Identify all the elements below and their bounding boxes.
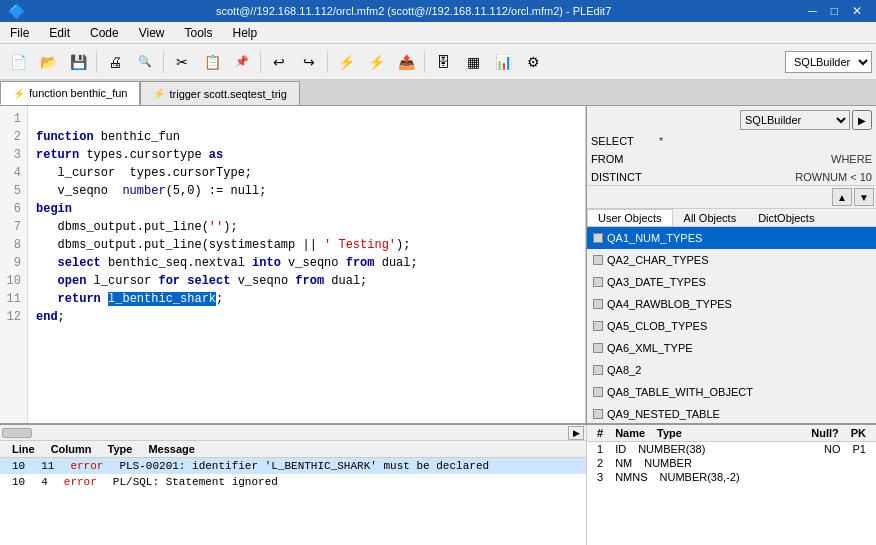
open-button[interactable]: 📂 (34, 48, 62, 76)
obj-item-label: QA5_CLOB_TYPES (607, 317, 707, 335)
rb-col-num: # (591, 427, 609, 439)
copy-button[interactable]: 📋 (198, 48, 226, 76)
msg-row-1[interactable]: 10 11 error PLS-00201: identifier 'L_BEN… (0, 458, 586, 474)
export-button[interactable]: 📤 (392, 48, 420, 76)
menu-code[interactable]: Code (80, 24, 129, 42)
obj-item-icon (593, 321, 603, 331)
obj-item-label: QA2_CHAR_TYPES (607, 251, 708, 269)
msg-row-2[interactable]: 10 4 error PL/SQL: Statement ignored (0, 474, 586, 490)
print-button[interactable]: 🖨 (101, 48, 129, 76)
obj-item-qa4[interactable]: QA4_RAWBLOB_TYPES (587, 293, 876, 315)
run-button[interactable]: ⚡ (332, 48, 360, 76)
scroll-right-button[interactable]: ▶ (568, 426, 584, 440)
sql-row-from: FROM WHERE (591, 150, 872, 168)
sqlbuilder-dropdown[interactable]: SQLBuilder (785, 51, 872, 73)
code-content[interactable]: function benthic_fun return types.cursor… (28, 106, 585, 423)
rb-num-1: 1 (591, 443, 609, 455)
rb-row-3[interactable]: 3 NMNS NUMBER(38,-2) (587, 470, 876, 484)
object-list: QA1_NUM_TYPES QA2_CHAR_TYPES QA3_DATE_TY… (587, 227, 876, 423)
msg-col-type: Type (100, 443, 141, 455)
cut-button[interactable]: ✂ (168, 48, 196, 76)
obj-item-qa3[interactable]: QA3_DATE_TYPES (587, 271, 876, 293)
msg-col-line: Line (4, 443, 43, 455)
obj-item-icon (593, 255, 603, 265)
msg-line-2: 10 (4, 476, 33, 488)
nav-arrows: ▲ ▼ (587, 186, 876, 209)
rb-row-1[interactable]: 1 ID NUMBER(38) NO P1 (587, 442, 876, 456)
chart-button[interactable]: 📊 (489, 48, 517, 76)
menu-help[interactable]: Help (223, 24, 268, 42)
paste-button[interactable]: 📌 (228, 48, 256, 76)
titlebar: 🔷 scott@//192.168.11.112/orcl.mfm2 (scot… (0, 0, 876, 22)
rb-type-2: NUMBER (638, 457, 848, 469)
scroll-thumb[interactable] (2, 428, 32, 438)
message-panel: ▶ Line Column Type Message 10 11 error P… (0, 425, 586, 545)
toolbar: 📄 📂 💾 🖨 🔍 ✂ 📋 📌 ↩ ↪ ⚡ ⚡ 📤 🗄 ▦ 📊 ⚙ SQLBui… (0, 44, 876, 80)
obj-item-qa2[interactable]: QA2_CHAR_TYPES (587, 249, 876, 271)
rb-null-1: NO (818, 443, 847, 455)
rb-pk-1: P1 (847, 443, 872, 455)
preview-button[interactable]: 🔍 (131, 48, 159, 76)
menu-view[interactable]: View (129, 24, 175, 42)
separator-5 (424, 51, 425, 73)
separator-3 (260, 51, 261, 73)
scroll-down-button[interactable]: ▼ (854, 188, 874, 206)
tab-trigger[interactable]: ⚡ trigger scott.seqtest_trig (140, 81, 299, 105)
rb-name-3: NMNS (609, 471, 653, 483)
rb-num-3: 3 (591, 471, 609, 483)
settings-button[interactable]: ⚙ (519, 48, 547, 76)
minimize-button[interactable]: ─ (802, 4, 823, 18)
close-button[interactable]: ✕ (846, 4, 868, 18)
obj-item-icon (593, 409, 603, 419)
obj-item-qa8-table[interactable]: QA8_TABLE_WITH_OBJECT (587, 381, 876, 403)
msg-col-message: Message (140, 443, 202, 455)
editor-right-area: 12345 678910 1112 function benthic_fun r… (0, 106, 876, 423)
obj-item-icon (593, 387, 603, 397)
maximize-button[interactable]: □ (825, 4, 844, 18)
new-button[interactable]: 📄 (4, 48, 32, 76)
scroll-up-button[interactable]: ▲ (832, 188, 852, 206)
menu-edit[interactable]: Edit (39, 24, 80, 42)
obj-item-qa5[interactable]: QA5_CLOB_TYPES (587, 315, 876, 337)
compile-button[interactable]: ⚡ (362, 48, 390, 76)
code-editor[interactable]: 12345 678910 1112 function benthic_fun r… (0, 106, 586, 423)
function-tab-icon: ⚡ (13, 88, 25, 99)
menu-file[interactable]: File (0, 24, 39, 42)
sql-template-area: SQLBuilder ▶ SELECT * FROM WHERE DISTINC… (587, 106, 876, 186)
obj-item-qa1[interactable]: QA1_NUM_TYPES (587, 227, 876, 249)
tab-dict-objects[interactable]: DictObjects (747, 209, 825, 226)
tab-all-objects[interactable]: All Objects (673, 209, 748, 226)
menu-tools[interactable]: Tools (175, 24, 223, 42)
rb-col-null: Null? (805, 427, 845, 439)
rb-col-pk: PK (845, 427, 872, 439)
main-wrapper: 12345 678910 1112 function benthic_fun r… (0, 106, 876, 545)
rb-row-2[interactable]: 2 NM NUMBER (587, 456, 876, 470)
sql-go-button[interactable]: ▶ (852, 110, 872, 130)
bottom-scrollbar[interactable]: ▶ (0, 425, 586, 441)
trigger-tab-label: trigger scott.seqtest_trig (169, 88, 286, 100)
tab-user-objects[interactable]: User Objects (587, 209, 673, 226)
table-button[interactable]: ▦ (459, 48, 487, 76)
msg-type-1: error (62, 460, 111, 472)
obj-item-label: QA8_2 (607, 361, 641, 379)
obj-item-icon (593, 365, 603, 375)
bottom-wrapper: ▶ Line Column Type Message 10 11 error P… (0, 423, 876, 545)
obj-item-label: QA9_NESTED_TABLE (607, 405, 720, 423)
obj-item-icon (593, 233, 603, 243)
msg-message-2: PL/SQL: Statement ignored (105, 476, 286, 488)
obj-item-qa9[interactable]: QA9_NESTED_TABLE (587, 403, 876, 423)
obj-item-qa6[interactable]: QA6_XML_TYPE (587, 337, 876, 359)
save-button[interactable]: 💾 (64, 48, 92, 76)
obj-item-qa8-2[interactable]: QA8_2 (587, 359, 876, 381)
undo-button[interactable]: ↩ (265, 48, 293, 76)
obj-item-label: QA1_NUM_TYPES (607, 229, 702, 247)
sqlbuilder-right-dropdown[interactable]: SQLBuilder (740, 110, 850, 130)
trigger-tab-icon: ⚡ (153, 88, 165, 99)
separator-2 (163, 51, 164, 73)
redo-button[interactable]: ↪ (295, 48, 323, 76)
tab-function[interactable]: ⚡ function benthic_fun (0, 81, 140, 105)
rb-name-2: NM (609, 457, 638, 469)
db-button[interactable]: 🗄 (429, 48, 457, 76)
obj-item-label: QA8_TABLE_WITH_OBJECT (607, 383, 753, 401)
msg-line-1: 10 (4, 460, 33, 472)
